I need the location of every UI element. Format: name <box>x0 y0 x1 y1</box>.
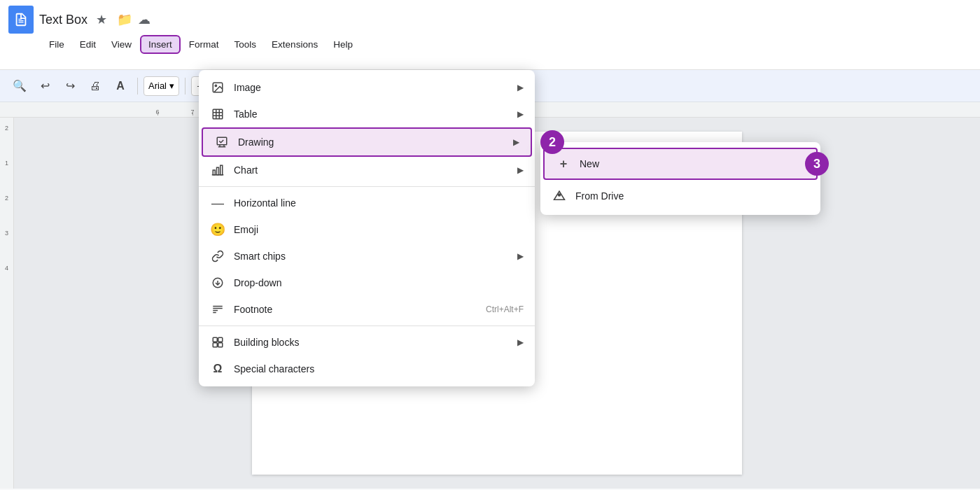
svg-rect-21 <box>213 337 217 342</box>
emoji-label: Emoji <box>234 224 524 235</box>
drawing-icon <box>214 134 230 150</box>
badge-3: 3 <box>805 152 829 176</box>
hline-icon: — <box>210 195 225 211</box>
buildingblocks-label: Building blocks <box>234 337 509 348</box>
svg-rect-12 <box>217 167 219 175</box>
buildingblocks-arrow: ▶ <box>517 337 524 347</box>
font-dropdown-arrow: ▾ <box>169 80 174 91</box>
left-mark-3: 3 <box>0 230 13 265</box>
top-bar: Text Box ★ 📁 ☁ File Edit View Insert For… <box>0 0 980 70</box>
separator-2 <box>185 78 186 94</box>
drawing-arrow: ▶ <box>513 137 519 147</box>
svg-rect-1 <box>18 22 23 22</box>
svg-point-25 <box>559 194 561 196</box>
chart-label: Chart <box>234 164 509 176</box>
redo-btn[interactable]: ↪ <box>59 75 81 97</box>
document-title: Text Box <box>39 13 88 27</box>
buildingblocks-icon <box>210 335 225 350</box>
menu-insert[interactable]: Insert <box>140 35 181 54</box>
left-mark-1: 1 <box>0 160 13 195</box>
new-label: New <box>580 158 805 169</box>
insert-dropdown-option[interactable]: Drop-down <box>199 270 535 296</box>
menu-file[interactable]: File <box>42 36 71 52</box>
footnote-icon <box>210 302 225 317</box>
svg-rect-24 <box>218 343 223 347</box>
svg-rect-11 <box>213 170 215 175</box>
image-arrow: ▶ <box>517 83 524 92</box>
insert-image-option[interactable]: Image ▶ <box>199 74 535 101</box>
insert-table-option[interactable]: Table ▶ <box>199 101 535 127</box>
menu-bar: File Edit View Insert Format Tools Exten… <box>0 35 980 57</box>
menu-tools[interactable]: Tools <box>227 36 264 52</box>
left-mark-2b: 2 <box>0 195 13 230</box>
svg-rect-5 <box>213 109 223 119</box>
left-ruler: 2 1 2 3 4 <box>0 118 14 489</box>
drawing-new-option[interactable]: + New 3 <box>543 148 818 180</box>
smartchips-icon <box>210 248 225 264</box>
insert-emoji-option[interactable]: 🙂 Emoji <box>199 216 535 243</box>
footnote-label: Footnote <box>234 304 477 315</box>
insert-special-option[interactable]: Ω Special characters <box>199 356 535 382</box>
insert-drawing-option[interactable]: Drawing ▶ 2 <box>202 127 532 157</box>
insert-smartchips-option[interactable]: Smart chips ▶ <box>199 243 535 270</box>
star-icon[interactable]: ★ <box>96 12 107 27</box>
font-selector[interactable]: Arial ▾ <box>144 76 179 96</box>
smartchips-arrow: ▶ <box>517 251 524 261</box>
menu-edit[interactable]: Edit <box>73 36 103 52</box>
table-arrow: ▶ <box>517 109 524 119</box>
svg-point-4 <box>215 85 216 86</box>
font-name: Arial <box>148 80 167 91</box>
insert-buildingblocks-option[interactable]: Building blocks ▶ <box>199 329 535 356</box>
special-icon: Ω <box>210 361 225 377</box>
image-icon <box>210 80 225 95</box>
dropdown-menu: Image ▶ Table ▶ <box>199 70 535 386</box>
print-btn[interactable]: 🖨 <box>84 75 106 97</box>
svg-rect-13 <box>220 165 223 175</box>
footnote-shortcut: Ctrl+Alt+F <box>486 304 524 314</box>
insert-dropdown: Image ▶ Table ▶ <box>199 70 535 386</box>
insert-chart-option[interactable]: Chart ▶ <box>199 157 535 183</box>
svg-rect-23 <box>213 343 217 347</box>
title-row: Text Box ★ 📁 ☁ <box>0 0 980 35</box>
menu-help[interactable]: Help <box>326 36 360 52</box>
drawing-fromdrive-option[interactable]: From Drive <box>540 181 820 211</box>
divider-1 <box>199 186 535 187</box>
from-drive-label: From Drive <box>575 190 809 202</box>
svg-rect-0 <box>18 20 23 21</box>
drawing-label: Drawing <box>238 136 505 148</box>
dropdown-label: Drop-down <box>234 277 524 288</box>
docs-app-icon <box>8 6 34 34</box>
menu-view[interactable]: View <box>104 36 139 52</box>
chart-arrow: ▶ <box>517 165 524 175</box>
menu-extensions[interactable]: Extensions <box>265 36 325 52</box>
emoji-icon: 🙂 <box>210 222 225 237</box>
badge-2: 2 <box>540 130 564 154</box>
chart-icon <box>210 162 225 178</box>
search-toolbar-btn[interactable]: 🔍 <box>8 75 31 97</box>
left-mark-2: 2 <box>0 125 13 160</box>
plus-icon: + <box>556 156 571 172</box>
cloud-icon[interactable]: ☁ <box>138 12 150 27</box>
ruler-mark-6: 6 <box>140 108 175 115</box>
image-label: Image <box>234 82 509 93</box>
folder-icon[interactable]: 📁 <box>117 12 132 27</box>
dropdown-icon <box>210 275 225 290</box>
svg-rect-2 <box>18 19 22 20</box>
left-mark-4: 4 <box>0 265 13 300</box>
smartchips-label: Smart chips <box>234 251 509 262</box>
separator-1 <box>137 78 138 94</box>
special-label: Special characters <box>234 363 524 374</box>
divider-2 <box>199 326 535 326</box>
svg-rect-22 <box>218 337 223 342</box>
drawing-submenu: + New 3 From Drive <box>540 142 820 215</box>
hline-label: Horizontal line <box>234 197 524 209</box>
table-label: Table <box>234 108 509 120</box>
spellcheck-btn[interactable]: A <box>109 75 132 97</box>
table-icon <box>210 106 225 122</box>
drive-icon <box>552 188 567 204</box>
insert-footnote-option[interactable]: Footnote Ctrl+Alt+F <box>199 296 535 323</box>
undo-btn[interactable]: ↩ <box>34 75 56 97</box>
insert-hline-option[interactable]: — Horizontal line <box>199 190 535 216</box>
menu-format[interactable]: Format <box>182 36 226 52</box>
